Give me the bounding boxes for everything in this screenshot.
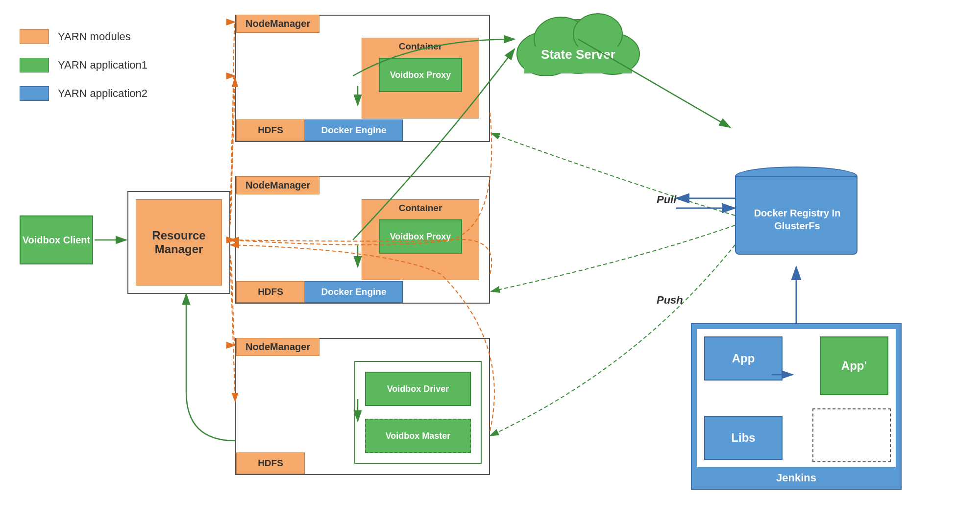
jenkins-box: App Libs App' Jenkins [691, 323, 902, 490]
legend-item-yarn-app1: YARN application1 [20, 58, 147, 72]
resource-manager-label: Resource Manager [136, 229, 221, 256]
state-server-cloud: State Server [514, 5, 642, 76]
app-box: App [704, 336, 783, 381]
state-server-svg: State Server [514, 5, 642, 76]
diagram-container: YARN modules YARN application1 YARN appl… [0, 0, 980, 524]
node-section-1: NodeManager Container Voidbox Proxy HDFS… [235, 15, 490, 142]
docker-registry: Docker Registry In GlusterFs [735, 167, 858, 264]
legend-color-yarn-modules [20, 29, 49, 44]
docker-registry-label: Docker Registry In GlusterFs [736, 207, 858, 232]
container-box-1: Container Voidbox Proxy [362, 38, 479, 119]
docker-engine-label-2: Docker Engine [305, 281, 403, 303]
legend-label-yarn-app2: YARN application2 [58, 87, 147, 100]
node-section-2: NodeManager Container Voidbox Proxy HDFS… [235, 176, 490, 304]
hdfs-label-2: HDFS [236, 281, 305, 303]
node3-am-section: Voidbox Driver Voidbox Master [354, 361, 482, 464]
hdfs-bar-2: HDFS Docker Engine [236, 281, 403, 303]
legend-color-yarn-app2 [20, 86, 49, 101]
voidbox-client-box: Voidbox Client [20, 215, 93, 264]
container-title-2: Container [399, 203, 442, 214]
svg-line-13 [230, 78, 235, 220]
voidbox-master-box: Voidbox Master [365, 419, 471, 453]
legend: YARN modules YARN application1 YARN appl… [20, 29, 147, 115]
legend-label-yarn-app1: YARN application1 [58, 59, 147, 71]
voidbox-proxy-1: Voidbox Proxy [379, 58, 462, 92]
app-prime-box: App' [820, 336, 888, 395]
pull-label: Pull [657, 193, 676, 206]
libs-box: Libs [704, 416, 783, 460]
hdfs-bar-3: HDFS [236, 453, 305, 474]
jenkins-inner: App Libs App' [697, 329, 896, 467]
resource-manager-outer: Resource Manager [127, 191, 230, 294]
node-section-3: NodeManager Voidbox Driver Voidbox Maste… [235, 338, 490, 475]
legend-color-yarn-app1 [20, 58, 49, 72]
voidbox-client-label: Voidbox Client [23, 235, 91, 246]
legend-item-yarn-app2: YARN application2 [20, 86, 147, 101]
hdfs-label-3: HDFS [236, 453, 305, 474]
legend-item-yarn-modules: YARN modules [20, 29, 147, 44]
resource-manager-box: Resource Manager [136, 199, 222, 286]
legend-label-yarn-modules: YARN modules [58, 30, 131, 43]
dashed-outline-box [812, 408, 891, 462]
node-manager-label-2: NodeManager [236, 176, 319, 194]
voidbox-driver-box: Voidbox Driver [365, 372, 471, 406]
container-box-2: Container Voidbox Proxy [362, 199, 479, 280]
container-title-1: Container [399, 41, 442, 52]
svg-line-15 [230, 260, 235, 402]
node-manager-label-3: NodeManager [236, 338, 319, 356]
jenkins-label: Jenkins [692, 467, 901, 489]
hdfs-label-1: HDFS [236, 119, 305, 141]
node-manager-label-1: NodeManager [236, 15, 319, 33]
hdfs-bar-1: HDFS Docker Engine [236, 119, 403, 141]
svg-text:State Server: State Server [541, 47, 615, 62]
docker-registry-body: Docker Registry In GlusterFs [735, 176, 858, 255]
voidbox-proxy-2: Voidbox Proxy [379, 219, 462, 254]
push-label: Push [657, 294, 683, 307]
docker-engine-label-1: Docker Engine [305, 119, 403, 141]
